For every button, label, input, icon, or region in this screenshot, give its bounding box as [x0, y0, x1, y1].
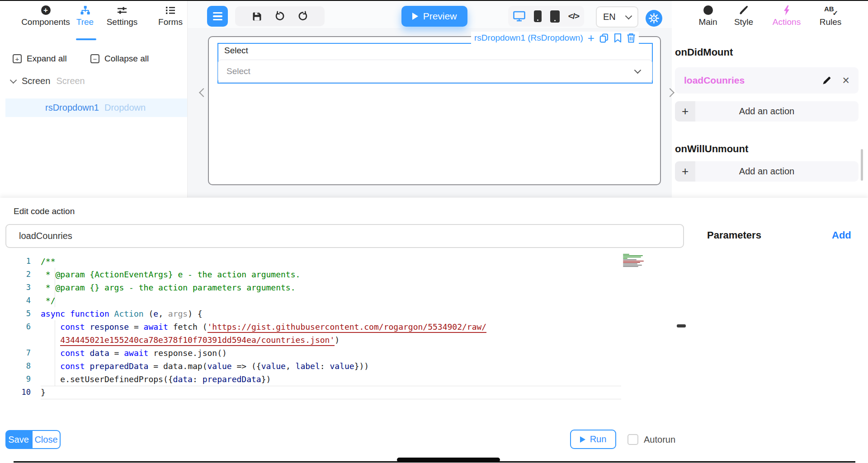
forms-list-icon — [165, 5, 175, 16]
add-parameter-button[interactable]: Add — [832, 229, 851, 241]
tab-forms-label: Forms — [158, 17, 183, 27]
dropdown-placeholder: Select — [226, 66, 250, 76]
tab-rules-label: Rules — [820, 17, 842, 27]
parameters-heading: Parameters — [707, 229, 761, 241]
gear-icon — [648, 13, 660, 24]
add-component-icon[interactable]: + — [588, 33, 594, 42]
tab-main-label: Main — [698, 17, 717, 27]
theme-settings-button[interactable] — [646, 10, 662, 27]
component-ref-label: rsDropdown1 (RsDropdown) — [474, 33, 583, 43]
collapse-all-button[interactable]: − Collapse all — [90, 54, 149, 64]
dropdown-field-label: Select — [224, 46, 248, 56]
tab-forms[interactable]: Forms — [156, 5, 184, 27]
preview-button[interactable]: Preview — [401, 6, 467, 27]
tree-node-type: Dropdown — [104, 103, 146, 113]
tab-main[interactable]: Main — [695, 5, 721, 27]
bottom-handle-bar — [397, 458, 500, 462]
dropdown-select[interactable]: Select — [218, 60, 652, 83]
delete-component-icon[interactable] — [627, 33, 636, 43]
onwillunmount-heading: onWillUnmount — [675, 143, 748, 155]
ondidmount-heading: onDidMount — [675, 47, 733, 58]
tab-tree-active-underline — [76, 38, 96, 40]
lightning-bolt-icon — [783, 5, 790, 16]
add-action-button-ondidmount[interactable]: + Add an action — [675, 101, 859, 122]
close-label: Close — [34, 435, 57, 445]
tab-components-label: Components — [21, 17, 70, 27]
tree-collapse-chevron-icon — [10, 77, 17, 84]
save-icon[interactable] — [252, 11, 262, 22]
minimap[interactable] — [623, 254, 646, 267]
remove-action-icon[interactable]: × — [842, 76, 849, 85]
undo-icon[interactable] — [274, 11, 285, 22]
actions-panel-scrollbar[interactable] — [861, 149, 863, 181]
tab-actions-label: Actions — [773, 17, 801, 27]
component-selection-toolbar: rsDropdown1 (RsDropdown) + — [471, 32, 639, 44]
tab-settings-label: Settings — [107, 17, 138, 27]
tab-style[interactable]: Style — [730, 5, 758, 27]
brush-icon — [739, 5, 749, 16]
cursor-line-border — [41, 386, 621, 386]
autorun-checkbox[interactable] — [627, 434, 638, 445]
components-icon: + — [41, 5, 51, 16]
indent-guide — [55, 268, 55, 307]
tab-settings[interactable]: Settings — [107, 5, 137, 27]
menu-button[interactable] — [207, 6, 228, 27]
expand-all-button[interactable]: + Expand all — [13, 54, 67, 64]
drawer-title: Edit code action — [14, 206, 75, 216]
rules-ab-check-icon: AB ✓ — [823, 5, 838, 16]
preview-label: Preview — [423, 11, 457, 22]
tree-icon — [80, 5, 90, 16]
code-rows: 1/**2 * @param {ActionEventArgs} e - the… — [17, 252, 684, 399]
tree-root-type: Screen — [56, 76, 85, 86]
hamburger-icon — [213, 12, 222, 14]
play-icon — [412, 13, 418, 20]
tree-root-screen[interactable]: Screen Screen — [11, 76, 85, 86]
tablet-icon[interactable] — [550, 10, 560, 23]
tab-tree[interactable]: Tree — [71, 5, 99, 27]
tree-node-rsdropdown1[interactable]: rsDropdown1 Dropdown — [5, 98, 187, 117]
expand-all-label: Expand all — [27, 54, 67, 64]
dropdown-caret-icon — [634, 66, 642, 74]
scroll-marker[interactable] — [677, 324, 686, 327]
tab-tree-label: Tree — [76, 17, 94, 27]
run-play-icon — [580, 436, 585, 443]
close-button[interactable]: Close — [32, 430, 61, 449]
language-value: EN — [603, 12, 616, 22]
desktop-icon[interactable] — [513, 11, 525, 22]
cursor-line-border — [41, 399, 621, 399]
code-view-icon[interactable]: </> — [568, 11, 579, 21]
history-toolbar — [235, 6, 325, 26]
save-button[interactable]: Save — [5, 430, 32, 449]
tree-node-name: rsDropdown1 — [45, 103, 99, 113]
copy-component-icon[interactable] — [599, 33, 609, 43]
tab-rules[interactable]: AB ✓ Rules — [816, 5, 845, 27]
save-label: Save — [8, 435, 29, 445]
language-select[interactable]: EN — [596, 6, 638, 28]
app-builder-window: + Components Tree Settings Forms — [0, 0, 868, 463]
tab-style-label: Style — [734, 17, 753, 27]
add-action-label: Add an action — [675, 101, 859, 122]
indent-guide — [55, 320, 55, 386]
action-name-input[interactable] — [5, 224, 684, 248]
redo-icon[interactable] — [297, 11, 308, 22]
expand-all-icon: + — [13, 54, 22, 63]
run-label: Run — [590, 434, 607, 444]
collapse-all-icon: − — [90, 54, 99, 63]
mobile-icon[interactable] — [534, 10, 542, 22]
bookmark-component-icon[interactable] — [613, 33, 622, 43]
tab-actions[interactable]: Actions — [769, 5, 804, 27]
tab-components[interactable]: + Components — [13, 5, 79, 27]
device-switcher: </> — [508, 6, 584, 27]
action-row-loadcounries[interactable]: loadCounries × — [675, 67, 859, 94]
action-name: loadCounries — [684, 75, 822, 86]
add-action-button-onwillunmount[interactable]: + Add an action — [675, 161, 859, 182]
chevron-down-icon — [625, 12, 632, 19]
tree-root-name: Screen — [22, 76, 50, 86]
settings-sliders-icon — [117, 5, 127, 16]
main-circle-icon — [703, 5, 713, 16]
code-editor[interactable]: 1/**2 * @param {ActionEventArgs} e - the… — [17, 252, 684, 422]
run-button[interactable]: Run — [570, 430, 616, 449]
edit-action-icon[interactable] — [822, 76, 831, 85]
collapse-all-label: Collapse all — [104, 54, 149, 64]
add-action-label: Add an action — [675, 161, 859, 182]
